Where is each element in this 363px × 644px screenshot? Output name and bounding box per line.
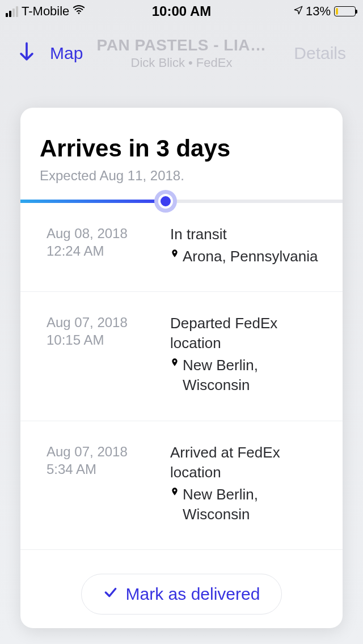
location-pin-icon	[170, 355, 179, 372]
mark-delivered-label: Mark as delivered	[126, 584, 260, 604]
location-icon	[293, 5, 303, 18]
wifi-icon	[73, 3, 85, 19]
progress-knob-icon	[154, 190, 177, 213]
svg-point-0	[78, 12, 80, 14]
signal-icon	[6, 6, 18, 17]
tracking-card: Arrives in 3 days Expected Aug 11, 2018.…	[20, 108, 343, 628]
battery-icon	[334, 6, 357, 16]
clock-label: 10:00 AM	[152, 3, 211, 19]
event-row: Aug 07, 2018 10:15 AM Departed FedEx loc…	[20, 292, 343, 421]
mark-delivered-button[interactable]: Mark as delivered	[81, 574, 282, 615]
event-status: Departed FedEx location	[170, 313, 326, 353]
down-arrow-icon[interactable]	[17, 41, 36, 66]
event-date: Aug 07, 2018	[47, 313, 166, 331]
arrival-heading: Arrives in 3 days	[40, 135, 323, 162]
battery-percent: 13%	[306, 4, 331, 19]
status-bar: T-Mobile 10:00 AM 13%	[0, 0, 363, 23]
event-location: Arona, Pennsylvania	[183, 247, 318, 266]
event-date: Aug 07, 2018	[47, 443, 166, 460]
event-status: In transit	[170, 224, 326, 244]
map-link[interactable]: Map	[50, 44, 83, 63]
event-location: New Berlin, Wisconsin	[183, 485, 326, 524]
expected-date: Expected Aug 11, 2018.	[40, 168, 323, 184]
check-icon	[103, 585, 118, 604]
event-row: Aug 07, 2018 5:34 AM Arrived at FedEx lo…	[20, 421, 343, 550]
nav-bar: Map PAN PASTELS - LIA… Dick Blick • FedE…	[0, 23, 363, 73]
event-date: Aug 08, 2018	[47, 224, 166, 242]
event-status: Arrived at FedEx location	[170, 443, 326, 482]
event-time: 12:24 AM	[47, 242, 166, 260]
event-location: New Berlin, Wisconsin	[183, 355, 326, 395]
page-title: PAN PASTELS - LIA…	[97, 36, 267, 54]
event-time: 5:34 AM	[47, 460, 166, 478]
location-pin-icon	[170, 485, 179, 502]
page-subtitle: Dick Blick • FedEx	[97, 56, 267, 70]
event-row: Aug 08, 2018 12:24 AM In transit Arona, …	[20, 203, 343, 292]
location-pin-icon	[170, 247, 179, 264]
details-link[interactable]: Details	[294, 44, 346, 63]
event-time: 10:15 AM	[47, 331, 166, 349]
carrier-label: T-Mobile	[22, 4, 69, 19]
event-list: Aug 08, 2018 12:24 AM In transit Arona, …	[20, 203, 343, 562]
progress-bar	[20, 200, 343, 203]
